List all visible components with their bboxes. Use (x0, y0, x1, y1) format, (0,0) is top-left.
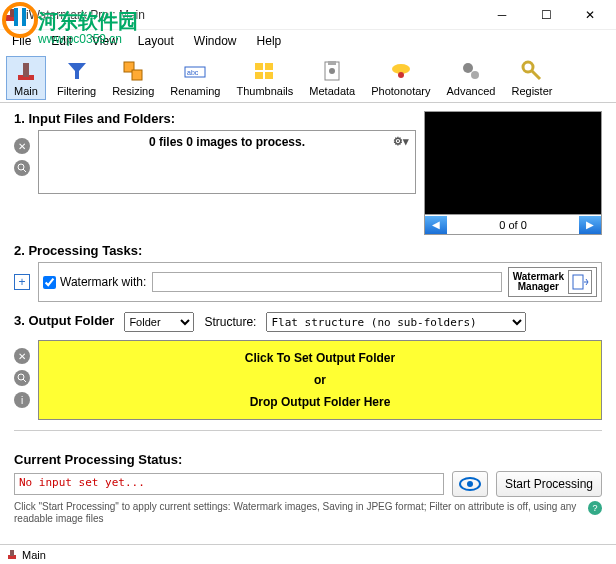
start-processing-button[interactable]: Start Processing (496, 471, 602, 497)
svg-point-18 (329, 68, 335, 74)
menu-window[interactable]: Window (186, 32, 245, 50)
svg-point-31 (467, 481, 473, 487)
menu-view[interactable]: View (84, 32, 126, 50)
tab-register[interactable]: Register (506, 56, 557, 100)
key-icon (520, 59, 544, 83)
toolbar: Main Filtering Resizing abc Renaming Thu… (0, 52, 616, 103)
svg-rect-13 (265, 63, 273, 70)
svg-rect-12 (255, 63, 263, 70)
stamp-icon (14, 59, 38, 83)
preview-next-button[interactable]: ▶ (579, 216, 601, 234)
footer-label: Main (22, 549, 46, 561)
close-button[interactable]: ✕ (568, 1, 612, 29)
svg-rect-6 (23, 63, 29, 77)
watermark-manager-icon (568, 270, 592, 294)
input-gear-dropdown[interactable]: ⚙▾ (393, 135, 409, 148)
watermark-with-input[interactable] (152, 272, 501, 292)
cloud-pin-icon (389, 59, 413, 83)
svg-text:abc: abc (187, 69, 199, 76)
svg-rect-17 (328, 61, 336, 65)
zoom-output-button[interactable] (14, 370, 30, 386)
svg-point-22 (471, 71, 479, 79)
resize-icon (121, 59, 145, 83)
svg-point-21 (463, 63, 473, 73)
preview-panel: ◀ 0 of 0 ▶ (424, 111, 602, 235)
structure-select[interactable]: Flat structure (no sub-folders) (266, 312, 526, 332)
output-type-select[interactable]: Folder (124, 312, 194, 332)
status-hint: Click "Start Processing" to apply curren… (14, 501, 582, 525)
zoom-input-button[interactable] (14, 160, 30, 176)
gears-icon (459, 59, 483, 83)
thumbnails-icon (253, 59, 277, 83)
tab-photonotary[interactable]: Photonotary (366, 56, 435, 100)
preview-processing-button[interactable] (452, 471, 488, 497)
maximize-button[interactable]: ☐ (524, 1, 568, 29)
pin-icon (6, 549, 18, 561)
tab-metadata[interactable]: Metadata (304, 56, 360, 100)
preview-counter: 0 of 0 (447, 219, 579, 231)
svg-point-20 (398, 72, 404, 78)
svg-rect-15 (265, 72, 273, 79)
input-files-message: 0 files 0 images to process. (149, 135, 305, 149)
rename-icon: abc (183, 59, 207, 83)
divider (14, 430, 602, 440)
window-titlebar: iWatermark Pro : Main ─ ☐ ✕ (0, 0, 616, 30)
menu-bar: File Edit View Layout Window Help (0, 30, 616, 52)
svg-rect-14 (255, 72, 263, 79)
menu-help[interactable]: Help (249, 32, 290, 50)
eye-icon (459, 477, 481, 491)
preview-prev-button[interactable]: ◀ (425, 216, 447, 234)
status-message: No input set yet... (14, 473, 444, 495)
clear-output-button[interactable]: ✕ (14, 348, 30, 364)
tab-thumbnails[interactable]: Thumbnails (231, 56, 298, 100)
menu-layout[interactable]: Layout (130, 32, 182, 50)
svg-line-29 (23, 379, 26, 382)
tab-renaming[interactable]: abc Renaming (165, 56, 225, 100)
help-button[interactable]: ? (588, 501, 602, 515)
tab-resizing[interactable]: Resizing (107, 56, 159, 100)
window-title: iWatermark Pro : Main (26, 8, 480, 22)
tab-advanced[interactable]: Advanced (442, 56, 501, 100)
info-output-button[interactable]: i (14, 392, 30, 408)
svg-rect-27 (573, 275, 583, 289)
metadata-icon (320, 59, 344, 83)
clear-input-button[interactable]: ✕ (14, 138, 30, 154)
status-label: Current Processing Status: (14, 452, 602, 467)
svg-line-26 (23, 169, 26, 172)
output-folder-dropzone[interactable]: Click To Set Output Folder or Drop Outpu… (38, 340, 602, 420)
watermark-checkbox[interactable]: Watermark with: (43, 275, 146, 289)
structure-label: Structure: (204, 315, 256, 329)
watermark-manager-button[interactable]: Watermark Manager (508, 267, 597, 297)
funnel-icon (65, 59, 89, 83)
status-bar: Main (0, 544, 616, 564)
tab-filtering[interactable]: Filtering (52, 56, 101, 100)
tab-main[interactable]: Main (6, 56, 46, 100)
svg-line-24 (531, 70, 540, 79)
input-files-box[interactable]: 0 files 0 images to process. ⚙▾ (38, 130, 416, 194)
svg-rect-33 (10, 550, 14, 556)
add-task-button[interactable]: + (14, 274, 30, 290)
input-section-label: 1. Input Files and Folders: (14, 111, 416, 126)
menu-file[interactable]: File (4, 32, 39, 50)
svg-marker-7 (68, 63, 86, 79)
minimize-button[interactable]: ─ (480, 1, 524, 29)
preview-image (424, 111, 602, 215)
svg-rect-4 (10, 9, 14, 17)
output-section-label: 3. Output Folder (14, 313, 114, 328)
menu-edit[interactable]: Edit (43, 32, 80, 50)
tasks-section-label: 2. Processing Tasks: (14, 243, 602, 258)
app-icon (4, 7, 20, 23)
svg-rect-9 (132, 70, 142, 80)
